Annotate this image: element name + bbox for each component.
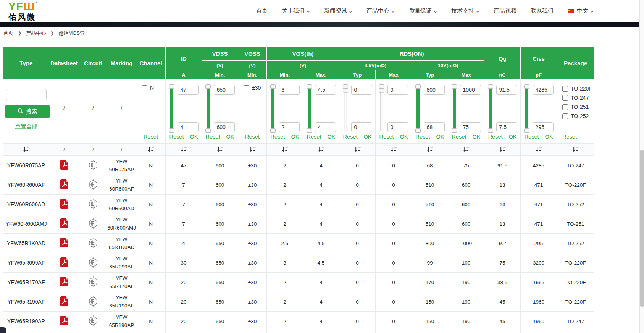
nav-item-2[interactable]: 关于我们 xyxy=(282,7,310,15)
datasheet-pdf-link[interactable] xyxy=(60,257,69,268)
rds10-typ-slider-handle-lower[interactable] xyxy=(415,128,421,133)
qg-upper-input[interactable] xyxy=(496,85,517,95)
nav-item-6[interactable]: 技术支持 xyxy=(451,7,479,15)
package-checkbox-4[interactable] xyxy=(562,113,568,119)
rds45-typ-ok-link[interactable]: OK xyxy=(363,134,371,140)
nav-item-9[interactable]: ★中文 xyxy=(568,7,594,15)
ciss-reset-link[interactable]: Reset xyxy=(525,134,539,140)
rds10-typ-slider-handle-upper[interactable] xyxy=(415,84,421,89)
id-ok-link[interactable]: OK xyxy=(190,134,198,140)
sort-ciss-button[interactable] xyxy=(521,144,557,156)
vdss-slider-handle-upper[interactable] xyxy=(205,84,211,89)
qg-reset-link[interactable]: Reset xyxy=(488,134,503,140)
ciss-slider-handle-upper[interactable] xyxy=(524,84,529,89)
datasheet-pdf-link[interactable] xyxy=(60,238,69,249)
rds10-typ-ok-link[interactable]: OK xyxy=(436,134,444,140)
vgsth-min-slider-handle-upper[interactable] xyxy=(270,84,276,89)
package-checkbox-1[interactable] xyxy=(562,86,568,92)
package-option-1[interactable]: TO-220F xyxy=(558,86,592,92)
vdss-ok-link[interactable]: OK xyxy=(226,134,234,140)
datasheet-pdf-link[interactable] xyxy=(60,160,69,171)
rds45-max-ok-link[interactable]: OK xyxy=(400,134,408,140)
vgss-checkbox[interactable] xyxy=(244,85,249,91)
sort-vdss-button[interactable] xyxy=(202,144,238,156)
channel-reset-link[interactable]: Reset xyxy=(144,134,158,140)
id-reset-link[interactable]: Reset xyxy=(169,134,184,140)
vdss-lower-input[interactable] xyxy=(214,122,235,132)
rds10-max-ok-link[interactable]: OK xyxy=(473,134,481,140)
rds45-max-range-slider[interactable] xyxy=(379,85,384,132)
nav-item-1[interactable]: 首页 xyxy=(256,7,268,15)
id-slider-handle-upper[interactable] xyxy=(169,84,174,89)
vgsth-min-lower-input[interactable] xyxy=(279,122,300,132)
rds10-max-upper-input[interactable] xyxy=(460,85,481,95)
qg-range-slider[interactable] xyxy=(488,85,493,132)
rds45-typ-range-slider[interactable] xyxy=(343,85,348,132)
rds45-typ-reset-link[interactable]: Reset xyxy=(343,134,358,140)
nav-item-7[interactable]: 产品视频 xyxy=(494,7,516,15)
rds45-typ-upper-input[interactable] xyxy=(351,85,372,95)
sort-rds10-max-button[interactable] xyxy=(448,144,484,156)
vdss-reset-link[interactable]: Reset xyxy=(206,134,220,140)
qg-ok-link[interactable]: OK xyxy=(509,134,517,140)
sort-type-button[interactable] xyxy=(3,144,49,156)
package-option-3[interactable]: TO-251 xyxy=(558,104,592,110)
vdss-range-slider[interactable] xyxy=(205,85,211,132)
sort-vgsth-min-button[interactable] xyxy=(267,144,303,156)
ciss-slider-handle-lower[interactable] xyxy=(524,128,529,133)
vgsth-min-upper-input[interactable] xyxy=(279,85,300,95)
rds45-typ-slider-handle-lower[interactable] xyxy=(343,88,348,92)
brand-logo[interactable]: YFШ® 佑风微 xyxy=(8,1,38,21)
reset-all-link[interactable]: 重置全部 xyxy=(5,123,47,130)
rds10-max-lower-input[interactable] xyxy=(460,122,481,132)
channel-filter-option[interactable]: N xyxy=(138,85,164,91)
id-slider-handle-lower[interactable] xyxy=(169,128,174,133)
search-button[interactable]: 搜索 xyxy=(5,105,50,118)
datasheet-pdf-link[interactable] xyxy=(60,199,69,210)
rds45-typ-lower-input[interactable] xyxy=(351,122,372,132)
rds10-max-range-slider[interactable] xyxy=(452,85,457,132)
rds45-max-reset-link[interactable]: Reset xyxy=(379,134,394,140)
ciss-upper-input[interactable] xyxy=(533,85,554,95)
datasheet-pdf-link[interactable] xyxy=(60,315,69,327)
breadcrumb-item-1[interactable]: 首页 xyxy=(3,30,13,37)
breadcrumb-item-2[interactable]: 产品中心 xyxy=(26,30,46,37)
ciss-lower-input[interactable] xyxy=(533,122,554,132)
nav-item-4[interactable]: 产品中心 xyxy=(366,7,395,15)
vgsth-max-ok-link[interactable]: OK xyxy=(327,134,335,140)
package-checkbox-2[interactable] xyxy=(562,95,568,101)
vgsth-max-reset-link[interactable]: Reset xyxy=(307,134,321,140)
vgsth-max-slider-handle-upper[interactable] xyxy=(307,84,312,89)
sort-vgss-button[interactable] xyxy=(238,144,267,156)
package-checkbox-3[interactable] xyxy=(562,104,568,110)
vgsth-max-lower-input[interactable] xyxy=(315,122,336,132)
id-lower-input[interactable] xyxy=(178,122,199,132)
scrollbar-thumb[interactable] xyxy=(640,150,644,307)
sort-channel-button[interactable] xyxy=(136,144,166,156)
rds10-typ-lower-input[interactable] xyxy=(424,122,445,132)
datasheet-pdf-link[interactable] xyxy=(60,179,69,191)
type-search-input[interactable] xyxy=(6,89,47,100)
vgsth-max-upper-input[interactable] xyxy=(315,85,336,95)
package-option-2[interactable]: TO-247 xyxy=(558,95,592,101)
scrollbar[interactable] xyxy=(639,0,644,333)
vgsth-min-slider-handle-lower[interactable] xyxy=(270,128,276,133)
qg-lower-input[interactable] xyxy=(496,122,517,132)
nav-item-3[interactable]: 新闻资讯 xyxy=(324,7,352,15)
ciss-ok-link[interactable]: OK xyxy=(545,134,553,140)
vgsth-min-ok-link[interactable]: OK xyxy=(291,134,299,140)
vdss-slider-handle-lower[interactable] xyxy=(205,128,211,133)
rds10-typ-range-slider[interactable] xyxy=(415,85,421,132)
floating-widget[interactable] xyxy=(0,327,6,333)
rds45-max-lower-input[interactable] xyxy=(387,122,408,132)
sort-vgsth-max-button[interactable] xyxy=(303,144,339,156)
vgsth-min-reset-link[interactable]: Reset xyxy=(271,134,285,140)
rds10-typ-reset-link[interactable]: Reset xyxy=(416,134,430,140)
qg-slider-handle-upper[interactable] xyxy=(488,84,493,89)
rds45-max-upper-input[interactable] xyxy=(387,85,408,95)
vgsth-min-range-slider[interactable] xyxy=(270,85,276,132)
nav-item-5[interactable]: 质量保证 xyxy=(409,7,437,15)
rds10-max-slider-handle-upper[interactable] xyxy=(452,84,457,89)
vdss-upper-input[interactable] xyxy=(214,85,235,95)
nav-item-8[interactable]: 联系我们 xyxy=(531,7,554,15)
